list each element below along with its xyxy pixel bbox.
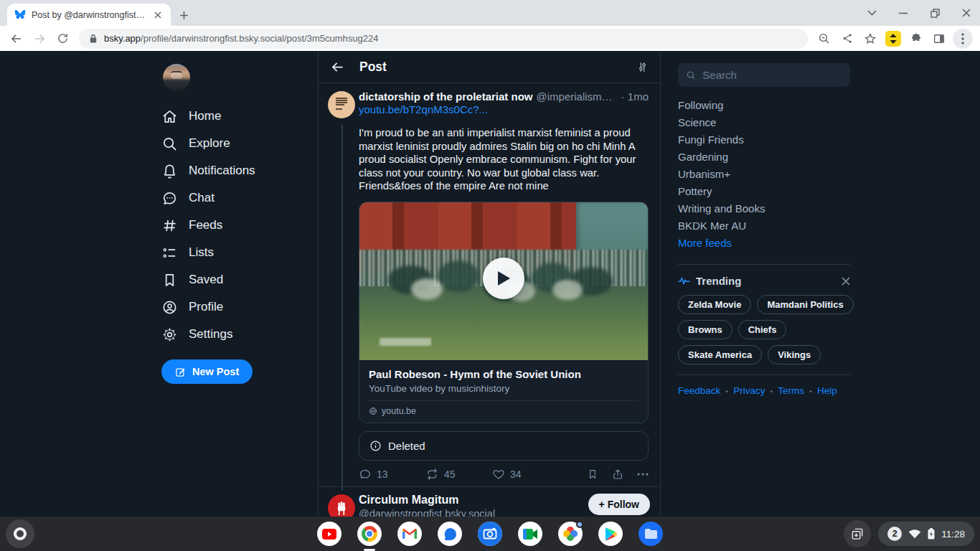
repost-button[interactable]: 45 (425, 468, 492, 481)
list-icon (161, 245, 178, 261)
sidebar-footer-links: Feedback• Privacy• Terms• Help (678, 385, 850, 396)
feed-link-urbanism[interactable]: Urbanism+ (678, 168, 850, 185)
nav-item-home[interactable]: Home (161, 103, 283, 130)
nav-item-feeds[interactable]: Feeds (161, 212, 283, 239)
messages-app-icon[interactable] (438, 522, 462, 546)
new-tab-button[interactable] (176, 8, 191, 22)
follow-button[interactable]: + Follow (588, 494, 650, 515)
help-link[interactable]: Help (817, 385, 837, 396)
post-more-icon[interactable] (637, 473, 649, 476)
topic-pill[interactable]: Vikings (768, 345, 821, 364)
chrome-app-icon[interactable] (357, 522, 382, 546)
address-bar[interactable]: bsky.app/profile/darwinstrongfist.bsky.s… (79, 29, 808, 49)
play-store-app-icon[interactable] (598, 522, 623, 546)
nav-item-saved[interactable]: Saved (161, 266, 283, 293)
nav-label: Home (189, 109, 221, 123)
deleted-quote-box: Deleted (359, 431, 649, 461)
nav-item-notifications[interactable]: Notifications (161, 157, 283, 184)
new-post-button[interactable]: New Post (161, 359, 253, 384)
terms-link[interactable]: Terms (778, 385, 804, 396)
bell-icon (161, 163, 178, 179)
topic-pill[interactable]: Skate America (678, 345, 762, 364)
browser-menu-icon[interactable] (953, 29, 973, 49)
trending-close-icon[interactable] (842, 277, 850, 286)
back-icon[interactable] (7, 29, 26, 48)
zoom-out-icon[interactable] (815, 29, 834, 48)
nav-item-settings[interactable]: Settings (161, 321, 283, 348)
feed-list: Following Science Fungi Friends Gardenin… (678, 99, 850, 254)
feed-link-science[interactable]: Science (678, 116, 850, 133)
feedback-link[interactable]: Feedback (678, 385, 720, 396)
embed-domain: youtu.be (382, 406, 416, 416)
feed-link-fungi-friends[interactable]: Fungi Friends (678, 133, 850, 151)
reply-post-avatar[interactable] (328, 494, 355, 517)
bookmark-star-icon[interactable] (861, 29, 880, 48)
post-external-link[interactable]: youtu.be/bT2qnM3s0Cc?... (359, 103, 649, 116)
window-restore-icon[interactable] (928, 6, 941, 19)
topic-pill[interactable]: Mamdani Politics (757, 295, 853, 314)
search-input[interactable] (702, 69, 842, 81)
feed-link-following[interactable]: Following (678, 99, 850, 116)
search-box[interactable] (678, 63, 850, 87)
main-post-byline[interactable]: dictatorship of the proletariat now @imp… (359, 90, 649, 103)
side-panel-icon[interactable] (930, 29, 948, 48)
lock-icon (89, 34, 98, 44)
play-button-icon[interactable] (483, 258, 524, 299)
topic-pill[interactable]: Browns (678, 320, 732, 339)
nav-item-explore[interactable]: Explore (161, 130, 283, 157)
extensions-puzzle-icon[interactable] (907, 29, 925, 48)
page-title: Post (359, 60, 622, 75)
notification-dot (576, 521, 583, 528)
camera-app-icon[interactable] (478, 522, 502, 546)
holding-space-tote-icon[interactable] (844, 520, 871, 547)
forward-icon[interactable] (30, 29, 49, 48)
left-nav-column: Home Explore Notifications Chat Feeds (0, 51, 318, 517)
status-tray[interactable]: 2 11:28 (878, 522, 974, 546)
youtube-embed-card[interactable]: Paul Robeson - Hymn of the Soviet Union … (359, 202, 649, 423)
gear-icon (161, 326, 178, 343)
photos-app-icon[interactable] (558, 522, 583, 546)
share-icon[interactable] (838, 29, 857, 48)
feed-link-pottery[interactable]: Pottery (678, 185, 850, 202)
feed-link-writing-and-books[interactable]: Writing and Books (678, 202, 850, 220)
back-arrow-icon[interactable] (330, 60, 345, 75)
main-post-avatar[interactable] (328, 91, 355, 118)
privacy-link[interactable]: Privacy (733, 385, 765, 396)
profile-avatar[interactable] (163, 64, 190, 91)
nav-item-profile[interactable]: Profile (161, 293, 283, 321)
embed-info: Paul Robeson - Hymn of the Soviet Union … (359, 360, 648, 423)
feed-link-gardening[interactable]: Gardening (678, 151, 850, 168)
thread-options-icon[interactable] (636, 61, 649, 73)
comment-icon (359, 468, 372, 481)
nav-label: Chat (189, 191, 215, 205)
nav-item-chat[interactable]: Chat (161, 184, 283, 212)
nav-label: Feeds (189, 218, 222, 232)
nav-item-lists[interactable]: Lists (161, 239, 283, 266)
video-thumbnail[interactable] (359, 202, 648, 360)
window-close-icon[interactable] (960, 6, 973, 19)
reload-icon[interactable] (53, 29, 72, 48)
files-app-icon[interactable] (639, 522, 663, 546)
chat-bubble-icon (161, 190, 178, 207)
window-minimize-icon[interactable] (897, 6, 910, 19)
topic-pill[interactable]: Chiefs (738, 320, 787, 339)
meet-app-icon[interactable] (518, 522, 542, 546)
share-post-icon[interactable] (612, 468, 623, 480)
reply-button[interactable]: 13 (359, 468, 425, 481)
author-handle: @imperialismsucks.bsky.social (537, 90, 618, 103)
topic-pill[interactable]: Zelda Movie (678, 295, 751, 314)
sidebar-divider (678, 375, 850, 375)
extension-adblock-icon[interactable] (884, 29, 903, 48)
feed-link-bkdk-mer-au[interactable]: BKDK Mer AU (678, 220, 850, 237)
gmail-app-icon[interactable] (397, 522, 422, 546)
youtube-app-icon[interactable] (317, 522, 341, 546)
new-post-label: New Post (192, 366, 239, 377)
more-feeds-link[interactable]: More feeds (678, 237, 850, 254)
window-menu-chevron-icon[interactable] (865, 6, 878, 19)
browser-tab[interactable]: Post by @darwinstrongfist.bsky. (7, 4, 171, 26)
bookmark-post-icon[interactable] (587, 468, 598, 480)
bookmark-icon (161, 272, 178, 288)
launcher-button[interactable] (6, 519, 34, 548)
tab-close-icon[interactable] (151, 8, 165, 22)
like-button[interactable]: 34 (492, 468, 559, 481)
